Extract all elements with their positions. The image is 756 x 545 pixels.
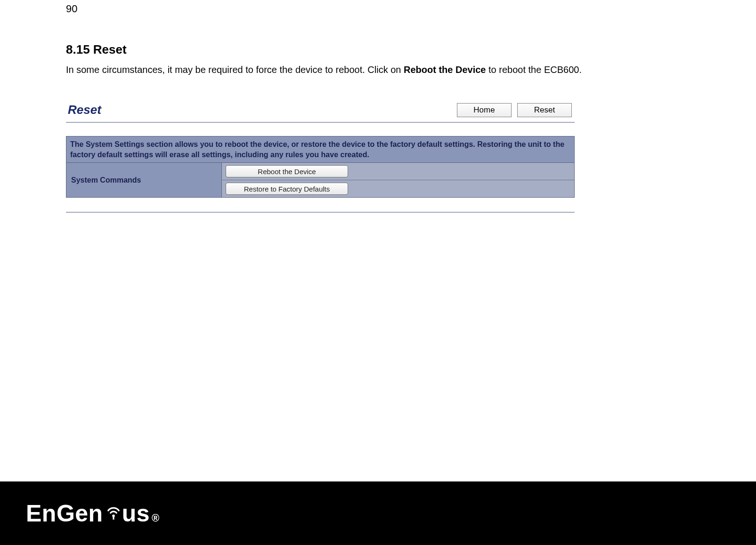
section-heading: 8.15 Reset [66, 42, 688, 57]
restore-factory-defaults-button[interactable]: Restore to Factory Defaults [226, 183, 348, 195]
reset-button[interactable]: Reset [517, 103, 572, 117]
registered-mark: ® [152, 512, 160, 524]
reboot-device-button[interactable]: Reboot the Device [226, 165, 348, 177]
system-commands-label: System Commands [66, 163, 222, 197]
panel-header: Reset Home Reset [66, 103, 575, 117]
body-text-suffix: to reboot the ECB600. [486, 64, 581, 75]
engenius-logo: EnGen us ® [26, 500, 160, 527]
panel-divider-top [66, 122, 575, 123]
page-number: 90 [66, 3, 77, 15]
main-content: 8.15 Reset In some circumstances, it may… [66, 42, 688, 213]
reboot-row: Reboot the Device [222, 163, 574, 180]
system-commands-row: System Commands Reboot the Device Restor… [66, 163, 575, 198]
logo-text-part2: us [122, 500, 150, 527]
svg-rect-1 [113, 516, 114, 520]
panel-title: Reset [66, 103, 101, 117]
body-text-bold: Reboot the Device [404, 64, 486, 75]
reset-panel: Reset Home Reset The System Settings sec… [66, 103, 575, 213]
system-commands-buttons: Reboot the Device Restore to Factory Def… [222, 163, 574, 197]
info-banner: The System Settings section allows you t… [66, 136, 575, 163]
footer: EnGen us ® [0, 481, 756, 545]
panel-divider-bottom [66, 212, 575, 213]
section-body: In some circumstances, it may be require… [66, 63, 688, 77]
wifi-icon [104, 498, 123, 525]
body-text-prefix: In some circumstances, it may be require… [66, 64, 404, 75]
nav-buttons: Home Reset [457, 103, 575, 117]
restore-row: Restore to Factory Defaults [222, 180, 574, 197]
logo-text-part1: EnGen [26, 500, 103, 527]
home-button[interactable]: Home [457, 103, 512, 117]
